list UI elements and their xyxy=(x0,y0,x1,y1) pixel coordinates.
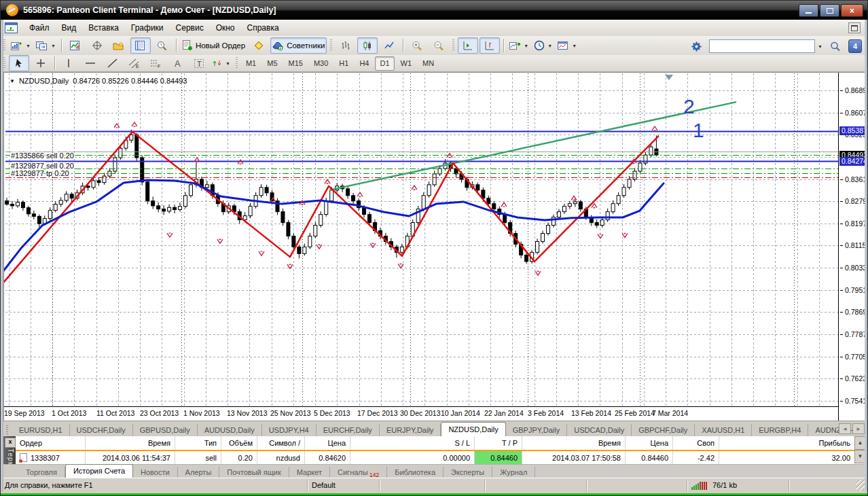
chart-tab-USDCAD,Daily[interactable]: USDCAD,Daily xyxy=(567,424,632,437)
zoom-in-button[interactable] xyxy=(407,37,427,54)
text-button[interactable]: A xyxy=(167,55,187,71)
terminal-tab-Новости[interactable]: Новости xyxy=(133,467,178,478)
timeframe-H1[interactable]: H1 xyxy=(334,56,353,71)
line-chart-button[interactable] xyxy=(379,37,399,54)
toolbar-drag-handle[interactable] xyxy=(452,39,454,52)
timeframe-M30[interactable]: M30 xyxy=(309,56,333,71)
column-header-Цена[interactable]: Цена xyxy=(305,436,350,450)
chart-tab-USDCHF,Daily[interactable]: USDCHF,Daily xyxy=(70,424,133,437)
column-header-T / P[interactable]: T / P xyxy=(475,436,522,450)
periods-button[interactable]: ▼ xyxy=(532,37,554,54)
timeframe-M5[interactable]: M5 xyxy=(262,56,282,71)
column-header-Объём[interactable]: Объём xyxy=(221,436,257,450)
terminal-tab-История Счета[interactable]: История Счета xyxy=(65,464,133,478)
tabs-scroll-right-icon[interactable]: ► xyxy=(852,423,865,434)
new-order-button[interactable]: Новый Ордер xyxy=(180,37,247,54)
timeframe-MN[interactable]: MN xyxy=(418,56,439,71)
chart-document-icon[interactable] xyxy=(5,22,18,33)
terminal-tab-Эксперты[interactable]: Эксперты xyxy=(444,467,492,478)
menu-item-Окно[interactable]: Окно xyxy=(210,20,241,35)
menu-item-Сервис[interactable]: Сервис xyxy=(170,20,210,35)
advisors-button[interactable]: Советники xyxy=(270,37,327,54)
menu-item-Вид[interactable]: Вид xyxy=(56,20,83,35)
column-header-Тип[interactable]: Тип xyxy=(175,436,221,450)
navigator-button[interactable] xyxy=(109,37,129,54)
search-dropdown-icon[interactable]: ▼ xyxy=(818,44,822,49)
terminal-tab-Почтовый ящик[interactable]: Почтовый ящик xyxy=(219,467,289,478)
chart-shift-button[interactable] xyxy=(480,37,500,54)
column-header-Своп[interactable]: Своп xyxy=(673,436,719,450)
terminal-tab-Маркет[interactable]: Маркет xyxy=(289,467,330,478)
crosshair-button[interactable] xyxy=(31,55,51,71)
tabbar-drag-handle[interactable] xyxy=(6,425,8,435)
menu-item-Графики[interactable]: Графики xyxy=(125,20,170,35)
arrows-button[interactable]: ▼ xyxy=(211,55,232,71)
terminal-panel-button[interactable] xyxy=(130,37,151,54)
chart-tab-AUDUSD,Daily[interactable]: AUDUSD,Daily xyxy=(198,424,262,437)
tabs-scroll-left-icon[interactable]: ◄ xyxy=(839,423,851,434)
market-watch-button[interactable] xyxy=(65,37,86,54)
text-label-button[interactable]: T xyxy=(189,55,209,71)
settings-button[interactable] xyxy=(686,38,706,54)
column-header-S / L[interactable]: S / L xyxy=(350,436,475,450)
candlestick-chart-button[interactable] xyxy=(357,37,378,54)
terminal-close-button[interactable]: x xyxy=(5,438,16,448)
column-header-Символ /[interactable]: Символ / xyxy=(257,436,305,450)
toolbar-drag-handle[interactable] xyxy=(3,57,5,69)
orders-table-header[interactable]: ОрдерВремяТипОбъёмСимвол /ЦенаS / LT / P… xyxy=(16,436,855,450)
menu-item-Справка[interactable]: Справка xyxy=(241,20,285,35)
terminal-tab-Сигналы[interactable]: Сигналы 142 xyxy=(330,467,387,478)
auto-scroll-button[interactable] xyxy=(458,37,478,54)
templates-button[interactable]: ▼ xyxy=(556,37,579,54)
terminal-tab-Журнал[interactable]: Журнал xyxy=(492,467,535,478)
chart-tab-NZDUSD,Daily[interactable]: NZDUSD,Daily xyxy=(441,422,505,437)
messages-badge[interactable]: 4 xyxy=(848,39,862,53)
terminal-tab-Библиотека[interactable]: Библиотека xyxy=(387,467,444,478)
timeframe-W1[interactable]: W1 xyxy=(396,56,417,71)
equidistant-channel-button[interactable]: E xyxy=(124,55,144,71)
profiles-button[interactable]: ▼ xyxy=(34,37,58,54)
order-history-row[interactable]: 13383072014.03.06 11:54:37sell0.20nzdusd… xyxy=(16,451,855,465)
toolbar-drag-handle[interactable] xyxy=(330,39,332,52)
strategy-tester-button[interactable] xyxy=(152,37,173,54)
data-window-button[interactable] xyxy=(87,37,107,54)
toolbar-drag-handle[interactable] xyxy=(3,39,5,52)
chart-tab-GBPCHF,Daily[interactable]: GBPCHF,Daily xyxy=(632,424,695,437)
menu-item-Вставка[interactable]: Вставка xyxy=(82,20,125,35)
column-header-Прибыль[interactable]: Прибыль xyxy=(719,436,855,450)
chart-tab-USDJPY,H4[interactable]: USDJPY,H4 xyxy=(262,424,317,437)
indicators-button[interactable]: ▼ xyxy=(507,37,530,54)
chart-tab-GBPUSD,Daily[interactable]: GBPUSD,Daily xyxy=(133,424,198,437)
search-input[interactable] xyxy=(709,39,815,53)
new-chart-button[interactable]: ▼ xyxy=(9,37,33,54)
time-axis[interactable]: 19 Sep 20131 Oct 201311 Oct 201323 Oct 2… xyxy=(4,406,838,421)
toolbar-drag-handle[interactable] xyxy=(236,57,238,69)
search-button[interactable] xyxy=(825,38,846,54)
mdi-restore-icon[interactable] xyxy=(848,22,861,33)
restore-button[interactable] xyxy=(820,4,839,17)
horizontal-line-button[interactable] xyxy=(80,55,101,71)
metaeditor-button[interactable] xyxy=(249,37,269,54)
terminal-tab-Алерты[interactable]: Алерты xyxy=(178,467,220,478)
timeframe-D1[interactable]: D1 xyxy=(375,56,394,71)
chart-tab-EURGBP,H4[interactable]: EURGBP,H4 xyxy=(752,424,808,437)
fibonacci-button[interactable]: F xyxy=(145,55,166,71)
column-header-Ордер[interactable]: Ордер xyxy=(16,436,86,450)
trendline-button[interactable] xyxy=(102,55,122,71)
chart-menu-triangle-icon[interactable]: ▼ xyxy=(10,78,15,84)
column-header-Время[interactable]: Время xyxy=(86,436,175,450)
column-header-Время[interactable]: Время xyxy=(522,436,626,450)
column-header-Цена[interactable]: Цена xyxy=(626,436,673,450)
timeframe-M1[interactable]: M1 xyxy=(241,56,261,71)
minimize-button[interactable] xyxy=(799,4,818,17)
terminal-tab-Торговля[interactable]: Торговля xyxy=(18,467,65,478)
bar-chart-button[interactable] xyxy=(336,37,356,54)
title-bar[interactable]: 565896: Panteon Client Terminal - Демо С… xyxy=(1,1,867,20)
menu-item-Файл[interactable]: Файл xyxy=(23,20,56,35)
chart-tab-GBPJPY,Daily[interactable]: GBPJPY,Daily xyxy=(506,424,568,437)
zoom-out-button[interactable] xyxy=(429,37,449,54)
chart-tab-XAUUSD,H1[interactable]: XAUUSD,H1 xyxy=(695,424,752,437)
chart-window[interactable]: 21#1335866 sell 0.20#1329877 sell 0.20#1… xyxy=(3,72,866,421)
cursor-button[interactable] xyxy=(9,55,29,71)
timeframe-M15[interactable]: M15 xyxy=(284,56,308,71)
